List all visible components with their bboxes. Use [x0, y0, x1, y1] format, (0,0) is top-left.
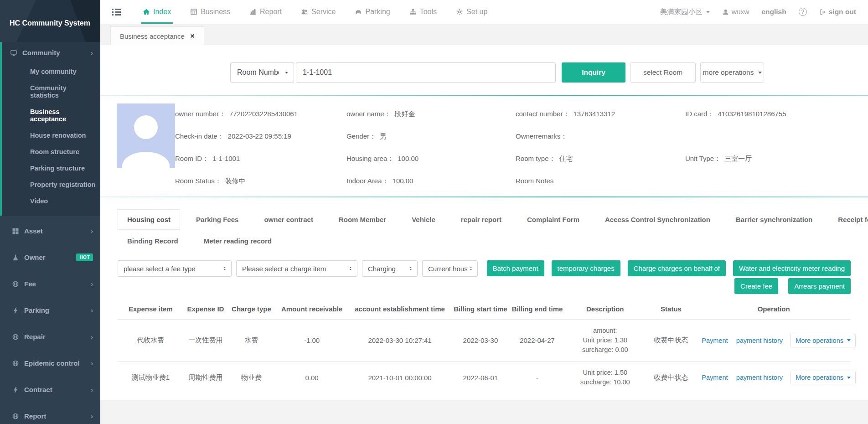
payment-history-link[interactable]: payment history — [736, 337, 783, 344]
nav-item-service[interactable]: Service — [301, 0, 336, 24]
user-menu[interactable]: wuxw — [722, 8, 749, 16]
field-room-type: Room type：住宅 — [516, 155, 685, 163]
field-gender: Gender：男 — [346, 132, 516, 141]
section-divider — [100, 196, 868, 197]
sidebar-item-business-acceptance[interactable]: Business acceptance — [2, 103, 100, 127]
charge-on-behalf-button[interactable]: Charge charges on behalf of — [628, 260, 726, 276]
tab-meter-reading-record[interactable]: Meter reading record — [194, 231, 281, 251]
sidebar-section-report: Report › — [0, 405, 100, 424]
sidebar-item-my-community[interactable]: My community — [2, 63, 100, 80]
sidebar-item-parking-structure[interactable]: Parking structure — [2, 160, 100, 176]
tab-barrier-sync[interactable]: Barrier synchronization — [726, 209, 822, 230]
car-icon — [355, 8, 362, 16]
temporary-charges-button[interactable]: temporary charges — [552, 260, 620, 276]
nav-item-index[interactable]: Index — [143, 0, 171, 24]
tab-housing-cost[interactable]: Housing cost — [118, 209, 180, 230]
signout-button[interactable]: sign out — [819, 8, 856, 16]
tab-room-member[interactable]: Room Member — [329, 209, 396, 230]
detail-tabs-row-2: Binding Record Meter reading record — [118, 231, 868, 251]
sidebar-group-repair[interactable]: Repair › — [2, 326, 100, 348]
top-right-menu: 美满家园小区 wuxw english ? sign out — [660, 7, 856, 17]
field-housing-area: Housing area：100.00 — [346, 155, 516, 163]
room-number-input[interactable] — [296, 62, 556, 83]
payment-link[interactable]: Payment — [702, 337, 728, 344]
batch-payment-button[interactable]: Batch payment — [487, 260, 544, 276]
arrears-payment-button[interactable]: Arrears payment — [788, 278, 851, 294]
cell-billing-end: 2022-04-27 — [510, 320, 565, 362]
sidebar-group-parking[interactable]: Parking › — [2, 299, 100, 321]
sidebar-item-community-statistics[interactable]: Community statistics — [2, 80, 100, 103]
house-select[interactable]: Current house — [422, 260, 478, 277]
sidebar-group-contract[interactable]: Contract › — [2, 378, 100, 401]
tab-complaint-form[interactable]: Complaint Form — [517, 209, 589, 230]
col-billing-start: Billing start time — [451, 301, 510, 320]
fee-table: Expense item Expense ID Charge type Amou… — [118, 301, 851, 393]
tab-binding-record[interactable]: Binding Record — [118, 231, 188, 251]
row-more-operations-button[interactable]: More operations — [790, 371, 856, 384]
grid-icon — [12, 228, 19, 235]
field-check-in-date: Check-in date：2022-03-22 09:55:19 — [175, 132, 346, 141]
tab-receipt-reprinting[interactable]: Receipt for reprinting — [828, 209, 868, 230]
tab-owner-contract[interactable]: owner contract — [254, 209, 323, 230]
sidebar-group-fee[interactable]: Fee › — [2, 273, 100, 295]
hamburger-menu-button[interactable] — [112, 9, 121, 16]
cell-expense-item: 测试物业费1 — [118, 362, 184, 394]
tab-access-control-sync[interactable]: Access Control Synchronization — [595, 209, 720, 230]
caret-down-icon — [847, 377, 851, 379]
table-header-row: Expense item Expense ID Charge type Amou… — [118, 301, 851, 320]
meter-reading-button[interactable]: Water and electricity meter reading — [733, 260, 851, 276]
inquiry-button[interactable]: Inquiry — [562, 62, 625, 83]
search-category-select[interactable]: Room Number — [230, 62, 294, 83]
chevron-right-icon: › — [91, 228, 93, 235]
community-selector[interactable]: 美满家园小区 — [660, 7, 710, 17]
sidebar-group-community[interactable]: Community › — [2, 42, 100, 63]
field-indoor-area: Indoor Area：100.00 — [346, 177, 516, 186]
sidebar-item-property-registration[interactable]: Property registration — [2, 176, 100, 193]
tab-parking-fees[interactable]: Parking Fees — [186, 209, 248, 230]
flask-icon — [12, 254, 19, 261]
cell-status: 收费中状态 — [646, 362, 697, 394]
sitemap-icon — [409, 8, 417, 16]
tab-repair-report[interactable]: repair report — [451, 209, 511, 230]
payment-history-link[interactable]: payment history — [736, 374, 783, 381]
close-icon[interactable] — [190, 34, 195, 38]
charging-select[interactable]: Charging — [362, 260, 418, 277]
nav-item-report[interactable]: Report — [249, 0, 282, 24]
cell-description: amount: Unit price: 1.30 surcharge: 0.00 — [565, 320, 646, 362]
select-room-button[interactable]: select Room — [630, 62, 696, 83]
user-icon — [722, 9, 729, 16]
sidebar-section-repair: Repair › — [0, 326, 100, 348]
nav-item-tools[interactable]: Tools — [409, 0, 437, 24]
payment-link[interactable]: Payment — [702, 374, 728, 381]
nav-item-parking[interactable]: Parking — [355, 0, 390, 24]
sidebar-item-room-structure[interactable]: Room structure — [2, 144, 100, 160]
sidebar-section-epidemic: Epidemic control › — [0, 352, 100, 374]
sidebar-group-owner[interactable]: Owner HOT — [2, 246, 100, 269]
sidebar-group-epidemic-control[interactable]: Epidemic control › — [2, 352, 100, 374]
cell-operation: Payment payment history More operations — [697, 362, 851, 394]
updown-icon — [408, 266, 413, 271]
row-more-operations-button[interactable]: More operations — [790, 334, 856, 347]
help-button[interactable]: ? — [799, 8, 807, 16]
tab-vehicle[interactable]: Vehicle — [402, 209, 445, 230]
nav-item-business[interactable]: Business — [190, 0, 230, 24]
sidebar-section-contract: Contract › — [0, 378, 100, 401]
table-row: 测试物业费1 周期性费用 物业费 0.00 2021-10-01 00:00:0… — [118, 362, 851, 394]
fee-type-select[interactable]: please select a fee type — [118, 260, 232, 277]
language-toggle[interactable]: english — [761, 8, 786, 16]
sidebar-section-owner: Owner HOT — [0, 246, 100, 269]
sidebar-group-asset[interactable]: Asset › — [2, 220, 100, 242]
sidebar-item-house-renovation[interactable]: House renovation — [2, 127, 100, 144]
sidebar-group-report[interactable]: Report › — [2, 405, 100, 424]
create-fee-button[interactable]: Create fee — [734, 278, 778, 294]
charge-item-select[interactable]: Please select a charge item — [236, 260, 357, 277]
nav-item-set-up[interactable]: Set up — [456, 0, 487, 24]
bolt-icon — [12, 307, 19, 314]
chevron-right-icon: › — [91, 307, 93, 314]
sidebar-group-label: Asset — [24, 227, 43, 235]
chevron-down-icon — [284, 70, 289, 75]
more-operations-dropdown[interactable]: more operations — [700, 62, 764, 83]
tab-business-acceptance[interactable]: Business acceptance — [110, 26, 204, 45]
cell-charge-type: 水费 — [227, 320, 275, 362]
sidebar-item-video[interactable]: Video — [2, 193, 100, 209]
